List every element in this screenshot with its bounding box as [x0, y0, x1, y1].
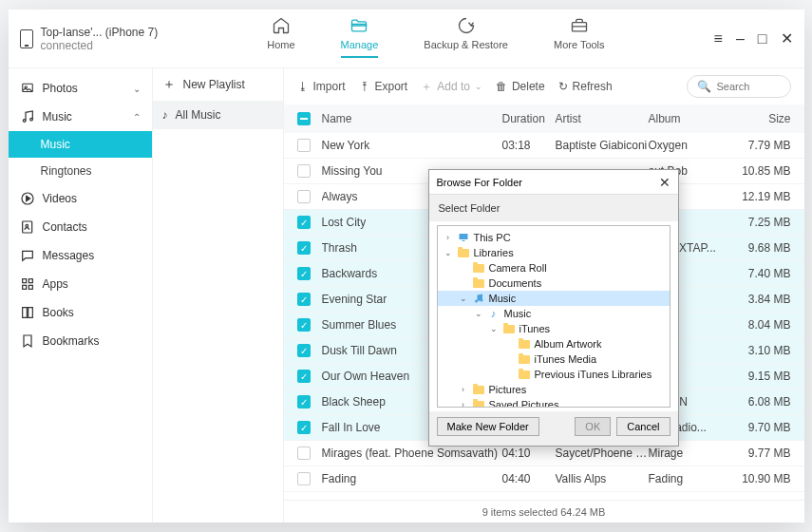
minimize-button[interactable]: –: [736, 30, 745, 48]
sidebar-music-sub[interactable]: Music: [9, 131, 152, 158]
new-playlist[interactable]: ＋New Playlist: [153, 68, 283, 101]
tree-arrow-icon[interactable]: ⌄: [474, 309, 483, 318]
col-name[interactable]: Name: [322, 112, 502, 125]
tree-label: Pictures: [489, 384, 527, 395]
cell-size: 9.77 MB: [730, 446, 791, 460]
cell-album: Oxygen: [649, 139, 730, 152]
contacts-icon: [20, 219, 35, 235]
videos-icon: [20, 191, 35, 206]
tree-item[interactable]: ⌄Libraries: [438, 245, 670, 260]
tree-item[interactable]: ›Saved Pictures: [438, 397, 670, 408]
sidebar-music[interactable]: Music⌃: [9, 103, 152, 131]
row-checkbox[interactable]: [297, 164, 311, 178]
close-button[interactable]: ✕: [781, 29, 793, 48]
cell-album: Fading: [649, 472, 730, 485]
add-to-button[interactable]: ＋Add to⌄: [421, 79, 482, 95]
tree-arrow-icon[interactable]: ⌄: [489, 324, 499, 333]
device-info[interactable]: Top-Ianse'... (iPhone 7) connected: [20, 26, 159, 52]
sidebar-contacts[interactable]: Contacts: [9, 213, 152, 241]
sidebar-photos[interactable]: Photos⌄: [9, 74, 152, 103]
tree-item[interactable]: ⌄♪Music: [438, 306, 670, 321]
sidebar-apps[interactable]: Apps: [9, 270, 152, 298]
tree-item[interactable]: Camera Roll: [438, 260, 670, 276]
tree-item[interactable]: ›Pictures: [438, 382, 670, 397]
row-checkbox[interactable]: ✓: [297, 241, 311, 255]
all-music[interactable]: ♪All Music: [153, 101, 283, 129]
make-new-folder-button[interactable]: Make New Folder: [437, 417, 539, 436]
sidebar-ringtones[interactable]: Ringtones: [9, 158, 152, 184]
row-checkbox[interactable]: ✓: [297, 293, 311, 306]
select-all-checkbox[interactable]: [297, 112, 311, 125]
import-button[interactable]: ⭳Import: [297, 80, 346, 93]
col-duration[interactable]: Duration: [502, 112, 556, 125]
tree-note-icon: ♪: [487, 308, 500, 319]
tree-arrow-icon[interactable]: ›: [459, 385, 468, 394]
nav-tools[interactable]: More Tools: [554, 16, 605, 62]
tree-item[interactable]: ›This PC: [438, 230, 670, 245]
tree-label: Music: [489, 293, 517, 304]
cancel-button[interactable]: Cancel: [616, 417, 670, 436]
tree-item[interactable]: iTunes Media: [438, 352, 670, 367]
col-size[interactable]: Size: [730, 112, 791, 125]
row-checkbox[interactable]: ✓: [297, 267, 311, 280]
menu-button[interactable]: ≡: [714, 30, 723, 48]
col-album[interactable]: Album: [649, 112, 730, 125]
row-checkbox[interactable]: ✓: [297, 421, 311, 434]
sidebar-bookmarks[interactable]: Bookmarks: [9, 327, 152, 355]
tree-item[interactable]: ⌄iTunes: [438, 321, 670, 336]
tree-arrow-icon[interactable]: ⌄: [444, 248, 453, 257]
refresh-button[interactable]: ↻Refresh: [558, 80, 613, 93]
row-checkbox[interactable]: [297, 472, 311, 485]
sidebar-books[interactable]: Books: [9, 298, 152, 327]
dialog-close-button[interactable]: ✕: [659, 175, 670, 190]
tree-item[interactable]: Documents: [438, 276, 670, 291]
sidebar-videos[interactable]: Videos: [9, 184, 152, 213]
tree-folder-icon: [472, 384, 485, 395]
row-checkbox[interactable]: [297, 446, 311, 460]
row-checkbox[interactable]: ✓: [297, 216, 311, 229]
row-checkbox[interactable]: ✓: [297, 344, 311, 357]
row-checkbox[interactable]: ✓: [297, 395, 311, 408]
cell-album: Mirage: [649, 446, 730, 460]
nav-manage[interactable]: Manage: [341, 16, 379, 62]
cell-size: 3.84 MB: [730, 293, 791, 306]
table-row[interactable]: New York03:18Baptiste GiabiconiOxygen7.7…: [284, 133, 804, 159]
toolbox-icon: [569, 16, 590, 35]
cell-size: 10.90 MB: [730, 472, 791, 485]
export-button[interactable]: ⭱Export: [359, 80, 408, 93]
nav-home[interactable]: Home: [267, 16, 294, 62]
nav-backup[interactable]: Backup & Restore: [424, 16, 508, 62]
ok-button[interactable]: OK: [575, 417, 611, 436]
tree-arrow-icon[interactable]: ›: [459, 400, 468, 408]
tree-arrow-icon[interactable]: ›: [444, 233, 453, 242]
tree-item[interactable]: ⌄Music: [438, 291, 670, 306]
row-checkbox[interactable]: [297, 190, 311, 203]
tree-arrow-icon[interactable]: ⌄: [459, 294, 468, 303]
maximize-button[interactable]: □: [758, 30, 767, 48]
folder-tree[interactable]: ›This PC⌄LibrariesCamera RollDocuments⌄M…: [437, 225, 670, 408]
tree-label: Documents: [489, 277, 542, 289]
cell-size: 3.10 MB: [730, 344, 791, 357]
tree-item[interactable]: Previous iTunes Libraries: [438, 367, 670, 382]
cell-duration: 03:18: [502, 139, 556, 152]
dialog-titlebar[interactable]: Browse For Folder ✕: [429, 170, 678, 195]
cell-artist: Baptiste Giabiconi: [556, 139, 649, 152]
row-checkbox[interactable]: ✓: [297, 370, 311, 383]
search-input[interactable]: [717, 81, 784, 92]
tree-label: Previous iTunes Libraries: [535, 369, 652, 380]
sidebar-messages[interactable]: Messages: [9, 241, 152, 270]
tree-label: Libraries: [474, 247, 514, 258]
table-row[interactable]: Fading04:40Vallis AlpsFading10.90 MB: [284, 466, 804, 492]
svg-point-14: [475, 300, 478, 303]
dialog-buttons: Make New Folder OK Cancel: [429, 411, 678, 446]
delete-button[interactable]: 🗑Delete: [496, 80, 545, 93]
svg-rect-13: [462, 240, 464, 241]
svg-rect-11: [28, 285, 32, 289]
row-checkbox[interactable]: ✓: [297, 318, 311, 332]
tree-folder-icon: [518, 369, 531, 380]
search-box[interactable]: 🔍: [687, 75, 791, 98]
tree-item[interactable]: Album Artwork: [438, 336, 670, 352]
phone-icon: [20, 29, 33, 48]
row-checkbox[interactable]: [297, 139, 311, 152]
col-artist[interactable]: Artist: [556, 112, 649, 125]
